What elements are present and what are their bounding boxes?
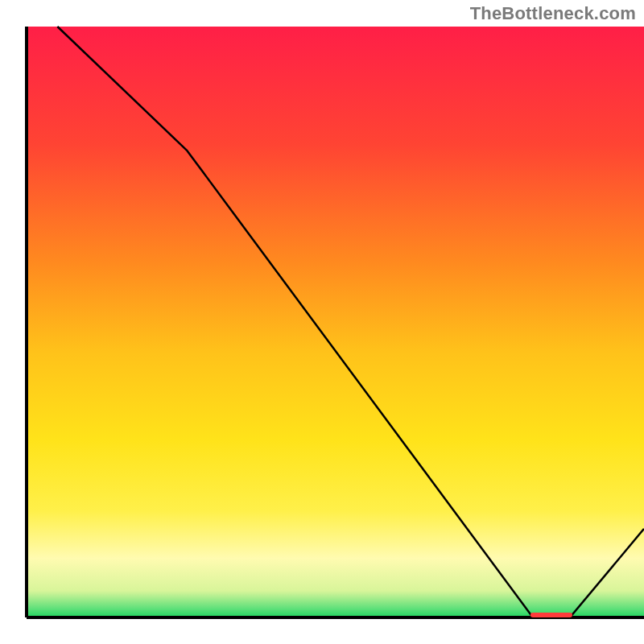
chart-container: TheBottleneck.com	[0, 0, 644, 644]
attribution-text: TheBottleneck.com	[470, 3, 636, 24]
chart-svg	[0, 0, 644, 644]
chart-plot-area	[27, 27, 644, 617]
